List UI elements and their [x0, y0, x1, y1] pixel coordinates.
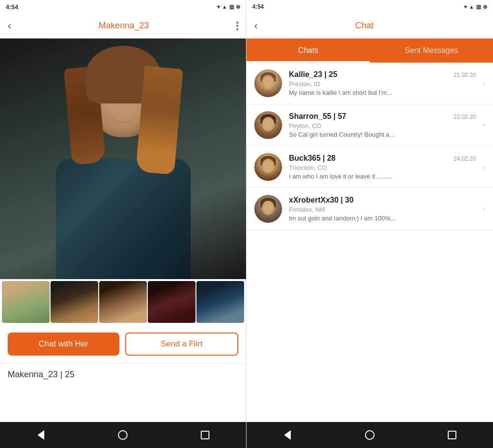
battery-icon: ▥	[229, 4, 234, 10]
chat-location: Thornton, CO	[289, 164, 476, 171]
right-panel: 4:54 ▾ ▲ ▥ ⊛ ‹ Chat Chats Sent Messages	[246, 0, 493, 448]
chat-username: Kallie_23 | 25	[289, 70, 337, 79]
send-a-flirt-button[interactable]: Send a Flirt	[125, 333, 239, 356]
thumbnail-4[interactable]	[148, 281, 195, 323]
chat-list: Kallie_23 | 25 21.02.20 Preston, ID My n…	[246, 63, 493, 422]
avatar-image	[254, 195, 282, 223]
chat-header-row: Buck365 | 28 24.02.20	[289, 154, 476, 163]
chat-preview: Im out goin and random:) I am 100%...	[289, 215, 476, 222]
home-circle	[118, 430, 128, 440]
thumb-image-1	[2, 281, 50, 323]
avatar	[254, 111, 282, 139]
avatar-face	[262, 75, 274, 90]
recents-nav-icon-right[interactable]	[446, 429, 458, 441]
chat-preview: My name is kallie I am short but I'm...	[289, 89, 476, 96]
profile-name-age: Makenna_23 | 25	[8, 370, 75, 379]
chat-location: Peyton, CO	[289, 122, 476, 129]
wifi-icon: ▾	[217, 4, 220, 10]
status-icons-right: ▾ ▲ ▥ ⊛	[464, 4, 487, 10]
tab-chats-label: Chats	[298, 46, 318, 55]
avatar	[254, 195, 282, 223]
chat-tabs: Chats Sent Messages	[246, 38, 493, 63]
chat-date: 22.02.20	[454, 114, 476, 120]
nav-bar-left	[0, 422, 246, 448]
chat-content: xXrobertXx30 | 30 Portales, NM Im out go…	[289, 196, 476, 222]
thumbnail-5[interactable]	[196, 281, 244, 323]
chat-header-row: Kallie_23 | 25 21.02.20	[289, 70, 476, 79]
more-dot-2	[236, 25, 238, 27]
home-nav-icon[interactable]	[117, 429, 129, 441]
avatar-face	[262, 159, 274, 173]
nav-bar-right	[246, 422, 493, 448]
wifi-icon-right: ▾	[464, 4, 467, 10]
top-bar-right: ‹ Chat	[246, 13, 493, 38]
thumb-image-4	[148, 281, 195, 323]
time-right: 4:54	[252, 3, 264, 10]
status-bar-right: 4:54 ▾ ▲ ▥ ⊛	[246, 0, 493, 13]
more-button[interactable]	[236, 22, 238, 30]
chat-item[interactable]: Buck365 | 28 24.02.20 Thornton, CO I am …	[246, 146, 493, 188]
thumb-image-2	[51, 281, 98, 323]
chat-header-row: xXrobertXx30 | 30	[289, 196, 476, 205]
tab-sent-label: Sent Messages	[405, 46, 458, 55]
chevron-icon: ›	[483, 163, 485, 171]
avatar	[254, 69, 282, 97]
back-button-left[interactable]: ‹	[8, 20, 11, 32]
home-nav-icon-right[interactable]	[364, 429, 376, 441]
thumbnail-3[interactable]	[99, 281, 147, 323]
chat-screen-title: Chat	[258, 21, 471, 31]
chat-date: 24.02.20	[454, 155, 476, 162]
avatar	[254, 153, 282, 181]
chat-content: Buck365 | 28 24.02.20 Thornton, CO I am …	[289, 154, 476, 180]
avatar-image	[254, 153, 282, 181]
thumbnail-1[interactable]	[2, 281, 50, 323]
notification-icon: ⊛	[236, 4, 240, 10]
thumbnail-2[interactable]	[51, 281, 98, 323]
chat-item[interactable]: xXrobertXx30 | 30 Portales, NM Im out go…	[246, 188, 493, 230]
thumb-image-5	[196, 281, 244, 323]
avatar-image	[254, 69, 282, 97]
back-triangle	[38, 430, 44, 440]
thumbnail-strip	[0, 279, 246, 325]
recents-square	[201, 431, 209, 439]
thumb-image-3	[99, 281, 147, 323]
profile-name-title: Makenna_23	[99, 21, 149, 31]
back-button-right[interactable]: ‹	[254, 20, 258, 32]
tab-chats[interactable]: Chats	[246, 38, 370, 63]
status-icons-left: ▾ ▲ ▥ ⊛	[217, 4, 240, 10]
chevron-icon: ›	[483, 79, 485, 88]
chat-username: xXrobertXx30 | 30	[289, 196, 353, 205]
notification-icon-right: ⊛	[483, 4, 487, 10]
avatar-face	[262, 201, 274, 215]
chat-location: Preston, ID	[289, 80, 476, 88]
chat-username: Buck365 | 28	[289, 154, 336, 163]
chevron-icon: ›	[483, 205, 485, 213]
more-dot-3	[236, 28, 238, 30]
avatar-image	[254, 111, 282, 139]
signal-icon-right: ▲	[469, 4, 474, 10]
back-nav-icon-right[interactable]	[282, 429, 293, 441]
chat-content: Sharron_55 | 57 22.02.20 Peyton, CO So C…	[289, 112, 476, 138]
tab-sent-messages[interactable]: Sent Messages	[370, 38, 493, 63]
chat-username: Sharron_55 | 57	[289, 112, 346, 121]
recents-nav-icon[interactable]	[199, 429, 211, 441]
photo-overlay	[0, 38, 246, 279]
top-bar-left: ‹ Makenna_23	[0, 13, 246, 38]
back-triangle-right	[284, 430, 291, 440]
profile-info: Makenna_23 | 25	[0, 363, 246, 422]
chat-with-her-button[interactable]: Chat with Her	[8, 333, 119, 356]
chat-item[interactable]: Kallie_23 | 25 21.02.20 Preston, ID My n…	[246, 63, 493, 104]
chat-date: 21.02.20	[454, 72, 476, 78]
home-circle-right	[365, 430, 375, 440]
action-buttons: Chat with Her Send a Flirt	[0, 325, 246, 363]
chat-location: Portales, NM	[289, 206, 476, 213]
recents-square-right	[448, 431, 456, 439]
back-nav-icon[interactable]	[35, 429, 47, 441]
chevron-icon: ›	[483, 121, 485, 129]
chat-preview: I am who I am love it or leave it ......…	[289, 173, 476, 180]
signal-icon: ▲	[222, 4, 227, 10]
avatar-face	[262, 117, 274, 131]
left-panel: 4:54 ▾ ▲ ▥ ⊛ ‹ Makenna_23	[0, 0, 246, 448]
time-left: 4:54	[6, 3, 18, 11]
chat-item[interactable]: Sharron_55 | 57 22.02.20 Peyton, CO So C…	[246, 104, 493, 146]
